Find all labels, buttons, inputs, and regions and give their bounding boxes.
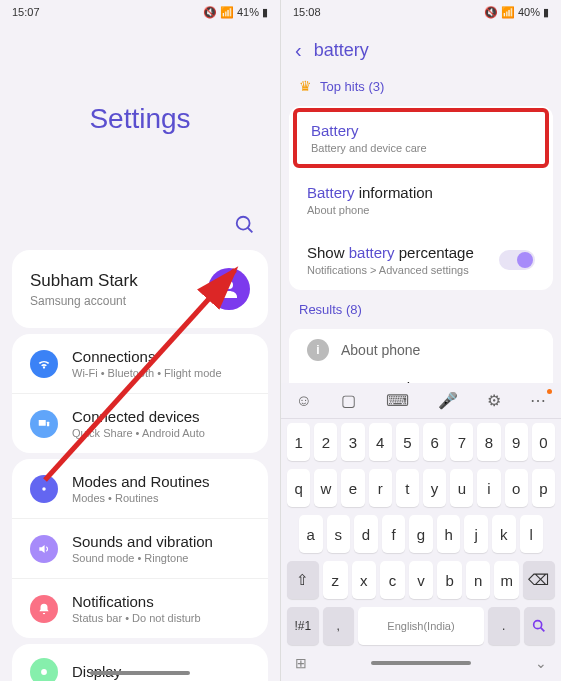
- status-time: 15:07: [12, 6, 40, 18]
- key-d[interactable]: d: [354, 515, 378, 553]
- key-2[interactable]: 2: [314, 423, 337, 461]
- settings-group-1: Connections Wi-Fi • Bluetooth • Flight m…: [12, 334, 268, 453]
- key-p[interactable]: p: [532, 469, 555, 507]
- key-s[interactable]: s: [327, 515, 351, 553]
- key-u[interactable]: u: [450, 469, 473, 507]
- key-6[interactable]: 6: [423, 423, 446, 461]
- settings-group-3: Display: [12, 644, 268, 681]
- key-n[interactable]: n: [466, 561, 491, 599]
- keyboard-bottom-bar: ⊞ ⌄: [281, 649, 561, 681]
- crown-icon: ♛: [299, 78, 312, 94]
- svg-point-2: [225, 281, 233, 289]
- key-x[interactable]: x: [352, 561, 377, 599]
- setting-connected-devices[interactable]: Connected devices Quick Share • Android …: [12, 393, 268, 453]
- key-7[interactable]: 7: [450, 423, 473, 461]
- result-about-phone[interactable]: i About phone: [289, 329, 553, 371]
- svg-point-8: [534, 621, 542, 629]
- svg-rect-3: [39, 419, 46, 425]
- key-3[interactable]: 3: [341, 423, 364, 461]
- result-battery-percentage[interactable]: Show battery percentage Notifications > …: [289, 230, 553, 290]
- search-header: ‹ ✕ ⋮: [281, 24, 561, 70]
- key-y[interactable]: y: [423, 469, 446, 507]
- key-h[interactable]: h: [437, 515, 461, 553]
- key-b[interactable]: b: [437, 561, 462, 599]
- key-8[interactable]: 8: [477, 423, 500, 461]
- settings-screen: 15:07 🔇 📶 41% ▮ Settings Subham Stark Sa…: [0, 0, 281, 681]
- key-t[interactable]: t: [396, 469, 419, 507]
- symbols-key[interactable]: !#1: [287, 607, 319, 645]
- search-icon[interactable]: [234, 214, 256, 236]
- keyboard-row-1: qwertyuiop: [281, 465, 561, 511]
- emoji-button[interactable]: ☺: [296, 392, 312, 410]
- key-j[interactable]: j: [464, 515, 488, 553]
- key-0[interactable]: 0: [532, 423, 555, 461]
- result-sub: Battery and device care: [311, 142, 531, 154]
- display-icon: [30, 658, 58, 681]
- person-icon: [217, 277, 241, 301]
- key-w[interactable]: w: [314, 469, 337, 507]
- setting-title: Sounds and vibration: [72, 533, 213, 550]
- key-4[interactable]: 4: [369, 423, 392, 461]
- setting-sounds[interactable]: Sounds and vibration Sound mode • Ringto…: [12, 518, 268, 578]
- setting-sub: Wi-Fi • Bluetooth • Flight mode: [72, 367, 222, 379]
- key-5[interactable]: 5: [396, 423, 419, 461]
- key-o[interactable]: o: [505, 469, 528, 507]
- mic-button[interactable]: 🎤: [438, 391, 458, 410]
- nav-handle[interactable]: [90, 671, 190, 675]
- keyboard-collapse[interactable]: ⌄: [535, 655, 547, 671]
- battery-icon: ▮: [543, 6, 549, 19]
- search-key[interactable]: [524, 607, 556, 645]
- notifications-icon: [30, 595, 58, 623]
- page-title: Settings: [89, 103, 190, 135]
- key-f[interactable]: f: [382, 515, 406, 553]
- key-e[interactable]: e: [341, 469, 364, 507]
- key-q[interactable]: q: [287, 469, 310, 507]
- result-battery-info[interactable]: Battery information About phone: [289, 170, 553, 230]
- avatar[interactable]: [208, 268, 250, 310]
- key-z[interactable]: z: [323, 561, 348, 599]
- back-button[interactable]: ‹: [295, 39, 302, 62]
- profile-card[interactable]: Subham Stark Samsung account: [12, 250, 268, 328]
- settings-group-2: Modes and Routines Modes • Routines Soun…: [12, 459, 268, 638]
- devices-icon: [30, 410, 58, 438]
- key-9[interactable]: 9: [505, 423, 528, 461]
- setting-title: Connections: [72, 348, 222, 365]
- svg-rect-4: [47, 421, 49, 426]
- key-c[interactable]: c: [380, 561, 405, 599]
- key-g[interactable]: g: [409, 515, 433, 553]
- keyboard-switcher[interactable]: ⊞: [295, 655, 307, 671]
- svg-point-5: [42, 487, 46, 491]
- key-l[interactable]: l: [520, 515, 544, 553]
- wifi-icon: [30, 350, 58, 378]
- key-v[interactable]: v: [409, 561, 434, 599]
- key-i[interactable]: i: [477, 469, 500, 507]
- hero-area: Settings: [0, 24, 280, 214]
- key-a[interactable]: a: [299, 515, 323, 553]
- setting-title: Connected devices: [72, 408, 205, 425]
- key-m[interactable]: m: [494, 561, 519, 599]
- backspace-key[interactable]: ⌫: [523, 561, 555, 599]
- key-k[interactable]: k: [492, 515, 516, 553]
- setting-modes[interactable]: Modes and Routines Modes • Routines: [12, 459, 268, 518]
- result-battery[interactable]: Battery Battery and device care: [293, 108, 549, 168]
- more-tools-button[interactable]: ⋯: [530, 391, 546, 410]
- setting-display[interactable]: Display: [12, 644, 268, 681]
- shift-key[interactable]: ⇧: [287, 561, 319, 599]
- space-key[interactable]: English(India): [358, 607, 484, 645]
- comma-key[interactable]: ,: [323, 607, 355, 645]
- nav-handle[interactable]: [371, 661, 471, 665]
- key-r[interactable]: r: [369, 469, 392, 507]
- text-button[interactable]: ⌨: [386, 391, 409, 410]
- period-key[interactable]: .: [488, 607, 520, 645]
- result-sub: About phone: [307, 204, 535, 216]
- toggle-battery-percentage[interactable]: [499, 250, 535, 270]
- profile-name: Subham Stark: [30, 271, 138, 291]
- clipboard-button[interactable]: ▢: [341, 391, 356, 410]
- keyboard: ☺ ▢ ⌨ 🎤 ⚙ ⋯ 1234567890 qwertyuiop asdfgh…: [281, 383, 561, 681]
- settings-button[interactable]: ⚙: [487, 391, 501, 410]
- setting-connections[interactable]: Connections Wi-Fi • Bluetooth • Flight m…: [12, 334, 268, 393]
- setting-notifications[interactable]: Notifications Status bar • Do not distur…: [12, 578, 268, 638]
- key-1[interactable]: 1: [287, 423, 310, 461]
- search-input[interactable]: [314, 40, 546, 61]
- mute-icon: 🔇: [203, 6, 217, 19]
